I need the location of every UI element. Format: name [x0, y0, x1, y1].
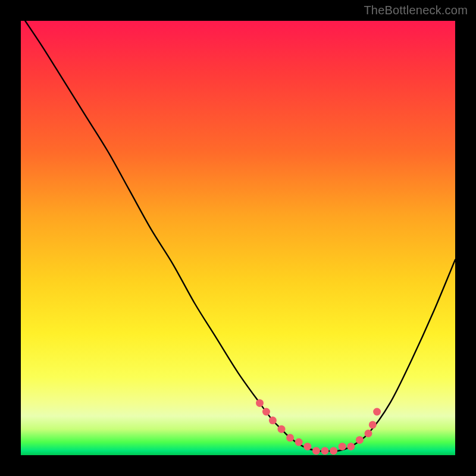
highlight-dot — [373, 408, 381, 416]
highlight-dot — [262, 408, 270, 416]
highlight-dot — [330, 447, 337, 455]
plot-area — [21, 21, 455, 455]
highlight-dots-group — [256, 399, 381, 455]
highlight-dot — [256, 399, 264, 407]
chart-frame: TheBottleneck.com — [0, 0, 476, 476]
highlight-dot — [356, 436, 364, 444]
watermark-label: TheBottleneck.com — [364, 4, 468, 17]
highlight-dot — [303, 443, 311, 450]
highlight-dot — [312, 447, 320, 455]
highlight-dot — [278, 425, 286, 433]
highlight-dot — [365, 430, 372, 437]
highlight-dot — [339, 443, 346, 450]
highlight-dot — [286, 434, 294, 441]
curve-svg — [21, 21, 455, 455]
highlight-dot — [269, 416, 277, 424]
highlight-dot — [347, 443, 355, 450]
highlight-dot — [321, 447, 329, 455]
highlight-dot — [369, 421, 377, 428]
highlight-dot — [295, 439, 303, 446]
bottleneck-curve — [25, 21, 455, 451]
